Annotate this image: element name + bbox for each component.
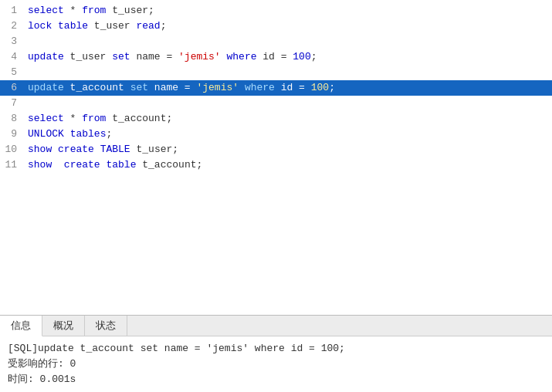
- line-content: [25, 65, 552, 80]
- table-row: 9UNLOCK tables;: [0, 127, 552, 142]
- table-row: 6update t_account set name = 'jemis' whe…: [0, 80, 552, 96]
- line-number: 6: [0, 80, 25, 96]
- code-table: 1select * from t_user;2lock table t_user…: [0, 3, 552, 173]
- result-line: [SQL]update t_account set name = 'jemis'…: [8, 341, 544, 357]
- line-content: show create table t_account;: [25, 157, 552, 173]
- line-number: 8: [0, 111, 25, 127]
- table-row: 3: [0, 34, 552, 49]
- bottom-panel: 信息概况状态 [SQL]update t_account set name = …: [0, 315, 552, 392]
- table-row: 10show create TABLE t_user;: [0, 142, 552, 157]
- line-number: 11: [0, 157, 25, 173]
- table-row: 5: [0, 65, 552, 80]
- line-number: 5: [0, 65, 25, 80]
- line-number: 9: [0, 127, 25, 142]
- result-area: [SQL]update t_account set name = 'jemis'…: [0, 336, 552, 392]
- line-number: 3: [0, 34, 25, 49]
- line-content: select * from t_user;: [25, 3, 552, 19]
- line-content: update t_account set name = 'jemis' wher…: [25, 80, 552, 96]
- line-number: 4: [0, 49, 25, 65]
- line-number: 1: [0, 3, 25, 19]
- line-content: show create TABLE t_user;: [25, 142, 552, 157]
- line-content: [25, 34, 552, 49]
- tabs-bar: 信息概况状态: [0, 316, 552, 336]
- line-content: update t_user set name = 'jemis' where i…: [25, 49, 552, 65]
- line-content: UNLOCK tables;: [25, 127, 552, 142]
- table-row: 11show create table t_account;: [0, 157, 552, 173]
- table-row: 4update t_user set name = 'jemis' where …: [0, 49, 552, 65]
- line-content: [25, 96, 552, 111]
- table-row: 2lock table t_user read;: [0, 19, 552, 34]
- line-content: lock table t_user read;: [25, 19, 552, 34]
- result-line: 受影响的行: 0: [8, 357, 544, 372]
- result-line: 时间: 0.001s: [8, 372, 544, 387]
- table-row: 7: [0, 96, 552, 111]
- line-number: 2: [0, 19, 25, 34]
- line-number: 7: [0, 96, 25, 111]
- table-row: 8select * from t_account;: [0, 111, 552, 127]
- tab-状态[interactable]: 状态: [85, 316, 127, 336]
- line-content: select * from t_account;: [25, 111, 552, 127]
- tab-概况[interactable]: 概况: [42, 316, 85, 336]
- code-editor[interactable]: 1select * from t_user;2lock table t_user…: [0, 0, 552, 315]
- table-row: 1select * from t_user;: [0, 3, 552, 19]
- line-number: 10: [0, 142, 25, 157]
- tab-信息[interactable]: 信息: [0, 316, 42, 336]
